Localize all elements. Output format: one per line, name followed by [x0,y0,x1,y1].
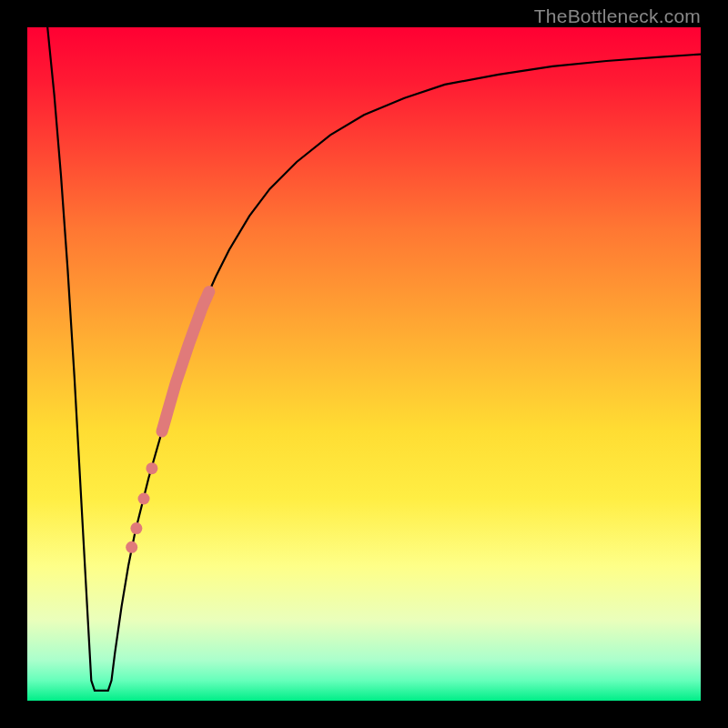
highlight-dot [138,493,150,505]
highlight-dot [130,522,142,534]
watermark-text: TheBottleneck.com [534,5,701,27]
bottleneck-curve [47,27,701,691]
chart-svg [27,27,701,701]
highlight-segment [162,291,209,431]
highlight-dot [146,462,157,474]
highlight-dot [126,541,137,553]
plot-area [27,27,701,701]
chart-frame: TheBottleneck.com [0,0,728,728]
